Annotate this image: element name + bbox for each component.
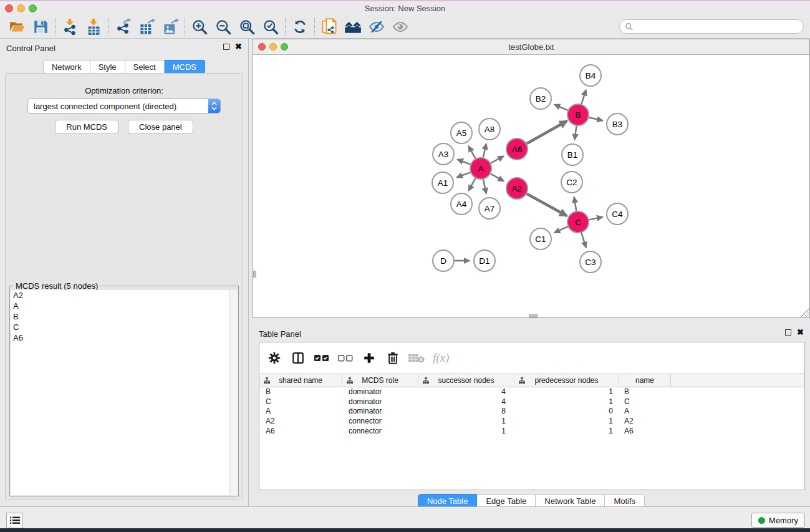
add-column-button[interactable] xyxy=(359,348,379,368)
hide-selected-button[interactable] xyxy=(365,17,388,37)
table-cell[interactable]: dominator xyxy=(342,397,418,407)
table-cell[interactable]: 1 xyxy=(514,387,619,397)
close-panel-icon[interactable]: ✖ xyxy=(235,44,242,50)
tab-select[interactable]: Select xyxy=(125,60,165,74)
deselect-all-button[interactable] xyxy=(335,348,355,368)
table-cell[interactable]: 1 xyxy=(514,417,619,427)
edge-B-B3[interactable] xyxy=(589,117,603,120)
edge-B-B1[interactable] xyxy=(574,126,576,140)
edge-A-A6[interactable] xyxy=(491,156,504,163)
table-row[interactable]: Bdominator41B xyxy=(259,387,804,397)
graph-node-A3[interactable]: A3 xyxy=(433,143,454,165)
graph-node-A6[interactable]: A6 xyxy=(506,138,528,160)
graph-node-C[interactable]: C xyxy=(567,211,589,233)
column-header-shared-name[interactable]: shared name xyxy=(259,374,342,387)
table-cell[interactable]: A6 xyxy=(619,427,671,437)
mcds-result-list[interactable]: A2ABCA6 xyxy=(11,290,229,495)
table-cell[interactable]: 0 xyxy=(514,407,619,417)
float-panel-icon[interactable] xyxy=(223,44,229,50)
graph-node-A4[interactable]: A4 xyxy=(451,193,472,215)
graph-node-C1[interactable]: C1 xyxy=(530,228,551,249)
table-cell[interactable]: B xyxy=(619,387,671,397)
graph-node-D[interactable]: D xyxy=(433,250,454,271)
graph-node-B1[interactable]: B1 xyxy=(562,144,583,165)
table-row[interactable]: Cdominator41C xyxy=(259,397,804,407)
table-cell[interactable]: connector xyxy=(342,417,418,427)
graph-node-D1[interactable]: D1 xyxy=(474,250,495,271)
graph-node-B2[interactable]: B2 xyxy=(530,88,551,109)
network-window-titlebar[interactable]: testGlobe.txt xyxy=(253,39,809,55)
graph-node-A1[interactable]: A1 xyxy=(432,172,453,193)
result-item[interactable]: C xyxy=(11,322,229,332)
tab-motifs[interactable]: Motifs xyxy=(605,494,645,508)
table-cell[interactable]: 1 xyxy=(418,417,514,427)
vertical-scrollbar-thumb[interactable] xyxy=(253,271,256,278)
table-cell[interactable]: B xyxy=(259,387,342,397)
search-input[interactable] xyxy=(634,20,803,33)
select-all-button[interactable] xyxy=(312,348,332,368)
show-all-button[interactable] xyxy=(388,17,412,37)
table-cell[interactable]: 1 xyxy=(514,397,619,407)
table-cell[interactable]: C xyxy=(259,397,342,407)
table-cell[interactable]: dominator xyxy=(342,387,418,397)
graph-node-C4[interactable]: C4 xyxy=(607,203,628,225)
tab-node-table[interactable]: Node Table xyxy=(418,494,478,508)
result-item[interactable]: A xyxy=(11,301,229,311)
edge-C-C3[interactable] xyxy=(581,233,586,248)
edge-A2-C[interactable] xyxy=(527,194,567,216)
float-panel-icon[interactable] xyxy=(785,329,791,336)
edge-A-A5[interactable] xyxy=(468,146,475,158)
edge-A-A4[interactable] xyxy=(468,178,475,191)
table-row[interactable]: A6connector11A6 xyxy=(259,427,804,437)
close-panel-button[interactable]: Close panel xyxy=(128,120,193,134)
tab-network[interactable]: Network xyxy=(43,60,90,74)
table-row[interactable]: Adominator80A xyxy=(259,407,804,417)
zoom-in-button[interactable] xyxy=(188,17,211,37)
table-settings-button[interactable] xyxy=(264,348,284,368)
table-cell[interactable]: A6 xyxy=(259,427,342,437)
export-network-button[interactable] xyxy=(111,17,135,37)
table-cell[interactable]: A xyxy=(619,407,671,417)
edge-A-A3[interactable] xyxy=(457,160,470,165)
edge-B-B4[interactable] xyxy=(581,90,586,104)
tab-edge-table[interactable]: Edge Table xyxy=(477,494,536,508)
table-cell[interactable]: connector xyxy=(342,427,418,437)
table-cell[interactable]: C xyxy=(619,397,671,407)
result-item[interactable]: B xyxy=(11,311,229,322)
table-cell[interactable]: 1 xyxy=(514,427,619,437)
edge-A-A7[interactable] xyxy=(483,180,486,194)
import-network-button[interactable] xyxy=(58,17,82,37)
horizontal-scrollbar-thumb[interactable] xyxy=(529,314,538,317)
delete-table-button[interactable] xyxy=(407,348,427,368)
resize-grip[interactable] xyxy=(801,309,809,317)
table-cell[interactable]: dominator xyxy=(342,407,418,417)
result-item[interactable]: A6 xyxy=(11,332,229,343)
first-neighbors-button[interactable] xyxy=(341,17,365,37)
task-history-button[interactable] xyxy=(6,513,23,528)
export-table-button[interactable] xyxy=(135,17,158,37)
search-field[interactable] xyxy=(619,19,804,34)
edge-A6-B[interactable] xyxy=(527,121,567,143)
export-image-button[interactable] xyxy=(158,17,182,37)
graph-node-B4[interactable]: B4 xyxy=(580,65,601,86)
edge-C-C2[interactable] xyxy=(574,197,577,211)
delete-column-button[interactable] xyxy=(383,348,403,368)
column-header-name[interactable]: name xyxy=(619,374,671,387)
table-cell[interactable]: 4 xyxy=(418,397,514,407)
graph-node-B3[interactable]: B3 xyxy=(607,114,628,135)
close-panel-icon[interactable]: ✖ xyxy=(797,329,804,336)
result-item[interactable]: A2 xyxy=(11,290,229,301)
zoom-out-button[interactable] xyxy=(211,17,235,37)
column-header-MCDS-role[interactable]: MCDS role xyxy=(342,374,418,387)
network-graph[interactable]: B4B2BB3A5A8A6B1A3AA1C2A2A4A7CC4C1C3DD1 xyxy=(253,56,809,318)
tab-style[interactable]: Style xyxy=(90,60,125,74)
edge-C-C4[interactable] xyxy=(589,217,603,220)
memory-button[interactable]: Memory xyxy=(751,513,805,528)
table-cell[interactable]: A2 xyxy=(259,417,342,427)
graph-node-A8[interactable]: A8 xyxy=(479,118,500,140)
optimization-criterion-select[interactable]: largest connected component (directed) xyxy=(27,99,221,114)
graph-node-C3[interactable]: C3 xyxy=(580,251,601,273)
tab-mcds[interactable]: MCDS xyxy=(165,60,205,74)
network-canvas[interactable]: B4B2BB3A5A8A6B1A3AA1C2A2A4A7CC4C1C3DD1 xyxy=(253,56,809,317)
edge-A-A1[interactable] xyxy=(456,172,470,177)
